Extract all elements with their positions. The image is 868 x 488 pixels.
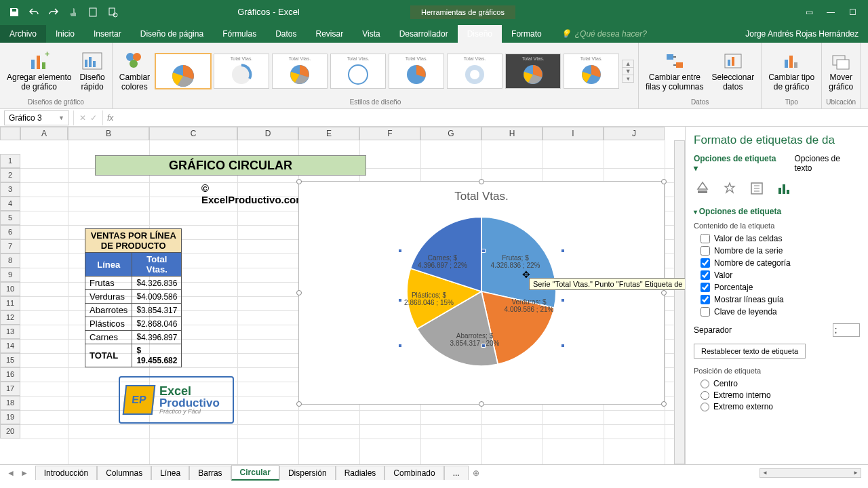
- tab-data[interactable]: Datos: [266, 25, 306, 43]
- chart-style-5[interactable]: Total Vtas.: [389, 54, 444, 89]
- row-header[interactable]: 11: [0, 296, 20, 310]
- style-scroll-down[interactable]: ▼: [623, 68, 633, 75]
- radio-inside-end[interactable]: Extremo interno: [701, 390, 860, 400]
- row-header[interactable]: 19: [0, 410, 20, 424]
- sheet-tab-radial[interactable]: Radiales: [336, 466, 385, 480]
- data-label[interactable]: Plásticos; $ 2.868.046 ; 15%: [403, 291, 454, 306]
- redo-icon[interactable]: [45, 3, 62, 21]
- change-colors-button[interactable]: Cambiar colores: [117, 49, 153, 94]
- scroll-left-icon[interactable]: ◄: [760, 469, 770, 477]
- col-header[interactable]: E: [298, 127, 359, 140]
- tab-file[interactable]: Archivo: [0, 25, 46, 43]
- row-header[interactable]: 15: [0, 353, 20, 367]
- tab-view[interactable]: Vista: [353, 25, 389, 43]
- row-header[interactable]: 3: [0, 182, 20, 197]
- move-chart-button[interactable]: Mover gráfico: [826, 49, 856, 94]
- tab-formulas[interactable]: Fórmulas: [213, 25, 266, 43]
- row-header[interactable]: 12: [0, 310, 20, 325]
- col-header[interactable]: J: [604, 127, 665, 140]
- row-header[interactable]: 10: [0, 282, 20, 296]
- style-scroll-more[interactable]: ▾: [623, 75, 633, 82]
- separator-input[interactable]: [833, 323, 860, 337]
- sheet-tab-line[interactable]: Línea: [151, 466, 189, 480]
- add-sheet-button[interactable]: ⊕: [469, 466, 484, 480]
- col-header[interactable]: A: [20, 127, 68, 140]
- row-header[interactable]: 9: [0, 268, 20, 282]
- tab-nav-prev-icon[interactable]: ◄: [7, 468, 15, 478]
- tab-home[interactable]: Inicio: [46, 25, 84, 43]
- change-chart-type-button[interactable]: Cambiar tipo de gráfico: [766, 49, 817, 94]
- size-properties-icon[interactable]: [748, 180, 766, 197]
- row-header[interactable]: 18: [0, 396, 20, 410]
- chk-leader-lines[interactable]: Mostrar líneas guía: [701, 295, 860, 304]
- fx-icon[interactable]: fx: [103, 113, 117, 123]
- tab-review[interactable]: Revisar: [307, 25, 353, 43]
- row-header[interactable]: 14: [0, 339, 20, 353]
- cancel-icon[interactable]: ✕: [79, 113, 86, 123]
- name-box[interactable]: Gráfico 3▼: [4, 110, 69, 125]
- chart-style-3[interactable]: Total Vtas.: [272, 54, 328, 89]
- user-name[interactable]: Jorge Andrés Rojas Hernández: [736, 25, 868, 43]
- chart-title[interactable]: Total Vtas.: [299, 190, 664, 203]
- radio-center[interactable]: Centro: [701, 379, 860, 388]
- new-icon[interactable]: [84, 3, 102, 21]
- col-header[interactable]: C: [149, 127, 237, 140]
- sheet-tab-combo[interactable]: Combinado: [384, 466, 443, 480]
- chart-style-4[interactable]: Total Vtas.: [330, 54, 386, 89]
- maximize-icon[interactable]: ☐: [842, 3, 863, 21]
- sheet-tab-intro[interactable]: Introducción: [35, 466, 97, 480]
- col-header[interactable]: H: [481, 127, 542, 140]
- row-header[interactable]: 1: [0, 154, 20, 168]
- ribbon-options-icon[interactable]: ▭: [799, 3, 819, 21]
- row-header[interactable]: 8: [0, 253, 20, 268]
- select-data-button[interactable]: Seleccionar datos: [709, 49, 757, 94]
- pane-tab-text-options[interactable]: Opciones de texto: [794, 154, 860, 173]
- tab-format[interactable]: Formato: [502, 25, 551, 43]
- pane-section-header[interactable]: Opciones de etiqueta: [694, 207, 860, 216]
- reset-label-text-button[interactable]: Restablecer texto de etiqueta: [694, 344, 806, 359]
- chart-style-1[interactable]: [155, 54, 211, 89]
- undo-icon[interactable]: [25, 3, 43, 21]
- chart-object[interactable]: Total Vtas.: [298, 181, 665, 405]
- vertical-scrollbar[interactable]: [674, 140, 685, 464]
- chk-series-name[interactable]: Nombre de la serie: [701, 246, 860, 256]
- data-label[interactable]: Frutas; $ 4.326.836 ; 22%: [488, 254, 542, 269]
- tab-insert[interactable]: Insertar: [84, 25, 131, 43]
- data-label[interactable]: Verduras; $ 4.009.586 ; 21%: [502, 298, 556, 313]
- sheet-tab-more[interactable]: ...: [444, 466, 469, 480]
- row-header[interactable]: 4: [0, 197, 20, 211]
- col-header[interactable]: I: [542, 127, 604, 140]
- tab-developer[interactable]: Desarrollador: [390, 25, 458, 43]
- row-header[interactable]: 7: [0, 239, 20, 253]
- row-header[interactable]: 20: [0, 424, 20, 439]
- chart-style-6[interactable]: Total Vtas.: [447, 54, 502, 89]
- save-icon[interactable]: [5, 3, 23, 21]
- print-preview-icon[interactable]: [104, 3, 121, 21]
- chk-value[interactable]: Valor: [701, 270, 860, 280]
- quick-layout-button[interactable]: Diseño rápido: [77, 49, 107, 94]
- row-header[interactable]: 16: [0, 367, 20, 382]
- chart-style-7[interactable]: Total Vtas.: [505, 54, 561, 89]
- col-header[interactable]: D: [237, 127, 298, 140]
- col-header[interactable]: F: [359, 127, 420, 140]
- enter-icon[interactable]: ✓: [90, 113, 97, 123]
- sheet-tab-columns[interactable]: Columnas: [97, 466, 151, 480]
- fill-line-icon[interactable]: [694, 180, 711, 197]
- chart-style-2[interactable]: Total Vtas.: [214, 54, 269, 89]
- label-options-icon[interactable]: [775, 180, 793, 197]
- pane-tab-label-options[interactable]: Opciones de etiqueta ▾: [694, 154, 782, 173]
- row-header[interactable]: 5: [0, 211, 20, 225]
- style-scroll-up[interactable]: ▲: [623, 60, 633, 68]
- pie-chart[interactable]: Frutas; $ 4.326.836 ; 22% Verduras; $ 4.…: [407, 217, 556, 366]
- horizontal-scrollbar[interactable]: ◄ ►: [760, 468, 861, 478]
- row-header[interactable]: 17: [0, 382, 20, 396]
- chk-percentage[interactable]: Porcentaje: [701, 283, 860, 292]
- touch-mode-icon[interactable]: [64, 3, 82, 21]
- select-all-cell[interactable]: [0, 127, 20, 140]
- col-header[interactable]: B: [68, 127, 149, 140]
- scroll-right-icon[interactable]: ►: [851, 469, 861, 477]
- grid[interactable]: A B C D E F G H I J for(let i=1;i<=20;i+…: [0, 127, 685, 464]
- col-header[interactable]: G: [420, 127, 481, 140]
- data-label[interactable]: Carnes; $ 4.396.897 ; 22%: [414, 254, 471, 269]
- sheet-tab-circular[interactable]: Circular: [231, 465, 279, 481]
